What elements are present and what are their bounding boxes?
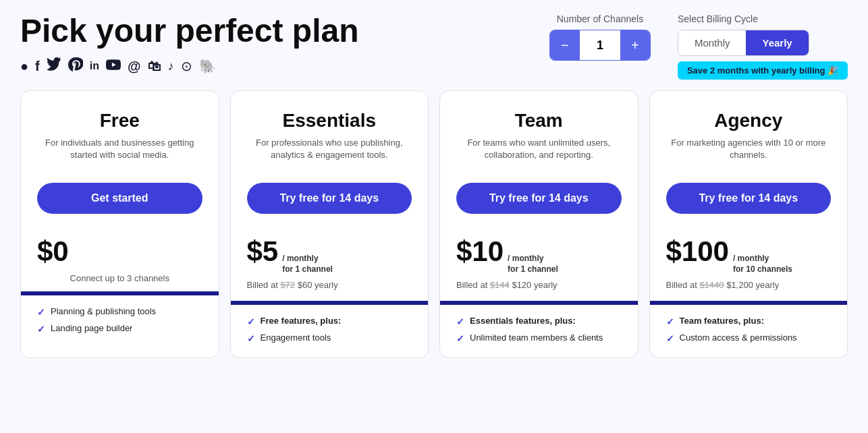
plan-divider-essentials [231, 301, 429, 305]
billing-section: Select Billing Cycle Monthly Yearly Save… [678, 13, 848, 80]
price-amount-essentials: $5 [247, 235, 279, 268]
billed-info-team: Billed at $144 $120 yearly [456, 280, 622, 290]
channel-value: 1 [580, 30, 620, 60]
billed-info-essentials: Billed at $72 $60 yearly [247, 280, 412, 290]
features-list-free: ✓ Planning & publishing tools ✓ Landing … [37, 306, 202, 335]
feature-item: ✓ Engagement tools [247, 333, 412, 344]
price-section-essentials: $5 / monthlyfor 1 channel [247, 235, 412, 275]
shopify-icon: 🛍 [148, 59, 161, 74]
feature-label: Unlimited team members & clients [470, 333, 603, 343]
plan-name-agency: Agency [666, 110, 832, 132]
instagram-icon: ● [20, 59, 28, 74]
feature-item: ✓ Unlimited team members & clients [456, 333, 622, 344]
extra-icon-1: ⊙ [181, 58, 192, 74]
plan-cta-free: Get started [37, 183, 202, 214]
plans-grid: Free For individuals and businesses gett… [20, 90, 848, 358]
plan-card-agency: Agency For marketing agencies with 10 or… [649, 90, 848, 358]
monthly-option[interactable]: Monthly [678, 30, 747, 55]
plan-desc-team: For teams who want unlimited users, coll… [456, 137, 622, 164]
price-section-team: $10 / monthlyfor 1 channel [456, 235, 622, 275]
social-icons-row: ● f in @ 🛍 ♪ ⊙ 🐘 [20, 57, 359, 76]
channels-section: Number of Channels − 1 + [549, 13, 651, 61]
left-section: Pick your perfect plan ● f in @ 🛍 ♪ ⊙ 🐘 [20, 13, 359, 76]
feature-label: Team features, plus: [680, 316, 764, 326]
top-section: Pick your perfect plan ● f in @ 🛍 ♪ ⊙ 🐘 [20, 13, 848, 80]
features-list-agency: ✓ Team features, plus: ✓ Custom access &… [666, 316, 832, 344]
linkedin-icon: in [90, 60, 99, 72]
plan-cta-team: Try free for 14 days [456, 183, 622, 214]
billed-info-agency: Billed at $1440 $1,200 yearly [666, 280, 832, 290]
check-icon: ✓ [456, 316, 464, 327]
feature-label: Free features, plus: [261, 316, 342, 326]
billing-label: Select Billing Cycle [678, 13, 758, 24]
check-icon: ✓ [247, 316, 255, 327]
plan-divider-free [21, 291, 219, 295]
plan-desc-agency: For marketing agencies with 10 or more c… [666, 137, 832, 164]
try-free-button-agency[interactable]: Try free for 14 days [666, 183, 832, 214]
plan-cta-essentials: Try free for 14 days [247, 183, 412, 214]
feature-item: ✓ Team features, plus: [666, 316, 832, 327]
plan-header-free: Free For individuals and businesses gett… [37, 110, 202, 164]
feature-label: Planning & publishing tools [51, 306, 156, 316]
plan-name-team: Team [456, 110, 622, 132]
try-free-button-essentials[interactable]: Try free for 14 days [247, 183, 412, 214]
feature-item: ✓ Planning & publishing tools [37, 306, 202, 318]
features-list-team: ✓ Essentials features, plus: ✓ Unlimited… [456, 316, 622, 344]
plan-divider-team [440, 301, 638, 305]
price-amount-team: $10 [456, 235, 504, 268]
plan-card-team: Team For teams who want unlimited users,… [439, 90, 639, 358]
mastodon-icon: 🐘 [199, 58, 216, 74]
check-icon: ✓ [456, 333, 464, 344]
plan-cta-agency: Try free for 14 days [666, 183, 832, 214]
yearly-option[interactable]: Yearly [746, 30, 808, 55]
save-badge: Save 2 months with yearly billing 🎉 [678, 61, 848, 80]
plan-name-free: Free [37, 110, 202, 132]
price-amount-agency: $100 [666, 235, 729, 268]
feature-item: ✓ Custom access & permissions [666, 333, 832, 344]
channels-label: Number of Channels [549, 13, 651, 24]
plan-desc-essentials: For professionals who use publishing, an… [247, 137, 412, 164]
pinterest-icon [68, 57, 83, 76]
feature-label: Essentials features, plus: [470, 316, 576, 326]
controls-row: Number of Channels − 1 + Select Billing … [549, 13, 848, 80]
plan-divider-agency [650, 301, 848, 305]
page-wrapper: Pick your perfect plan ● f in @ 🛍 ♪ ⊙ 🐘 [0, 0, 868, 372]
tiktok-icon: ♪ [168, 59, 174, 74]
feature-label: Landing page builder [51, 323, 132, 333]
youtube-icon [106, 57, 121, 76]
feature-item: ✓ Free features, plus: [247, 316, 412, 327]
check-icon: ✓ [37, 307, 45, 318]
feature-item: ✓ Essentials features, plus: [456, 316, 622, 327]
price-detail-agency: / monthlyfor 10 channels [733, 254, 792, 275]
decrement-button[interactable]: − [550, 30, 580, 60]
check-icon: ✓ [666, 333, 674, 344]
plan-header-team: Team For teams who want unlimited users,… [456, 110, 622, 164]
check-icon: ✓ [666, 316, 674, 327]
plan-header-agency: Agency For marketing agencies with 10 or… [666, 110, 832, 164]
plan-desc-free: For individuals and businesses getting s… [37, 137, 202, 164]
plan-name-essentials: Essentials [247, 110, 412, 132]
features-list-essentials: ✓ Free features, plus: ✓ Engagement tool… [247, 316, 412, 344]
connect-info-free: Connect up to 3 channels [37, 273, 202, 283]
increment-button[interactable]: + [620, 30, 650, 60]
feature-item: ✓ Landing page builder [37, 323, 202, 335]
billing-toggle: Monthly Yearly [678, 30, 809, 56]
twitter-icon [47, 57, 61, 76]
check-icon: ✓ [37, 324, 45, 335]
plan-card-essentials: Essentials For professionals who use pub… [230, 90, 429, 358]
price-section-agency: $100 / monthlyfor 10 channels [666, 235, 832, 275]
price-detail-team: / monthlyfor 1 channel [508, 254, 558, 275]
facebook-icon: f [35, 59, 40, 74]
get-started-button[interactable]: Get started [37, 183, 202, 214]
free-price: $0 [37, 235, 69, 268]
page-title: Pick your perfect plan [20, 13, 359, 49]
price-section-free: $0 [37, 235, 202, 268]
try-free-button-team[interactable]: Try free for 14 days [456, 183, 622, 214]
plan-card-free: Free For individuals and businesses gett… [20, 90, 219, 358]
price-detail-essentials: / monthlyfor 1 channel [282, 254, 333, 275]
plan-header-essentials: Essentials For professionals who use pub… [247, 110, 412, 164]
channel-stepper: − 1 + [549, 30, 651, 61]
feature-label: Custom access & permissions [680, 333, 797, 343]
threads-icon: @ [128, 59, 141, 74]
feature-label: Engagement tools [261, 333, 331, 343]
